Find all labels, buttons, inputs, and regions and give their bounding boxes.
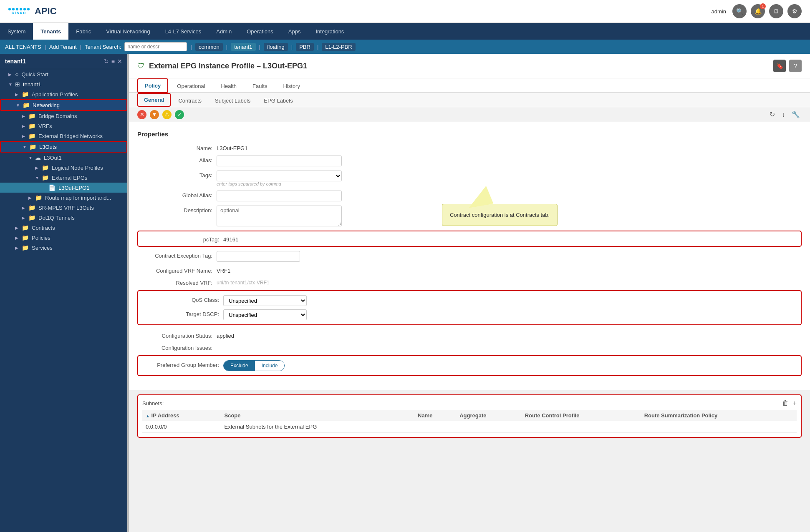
nav-virtual-networking[interactable]: Virtual Networking [98, 23, 157, 40]
prop-input-contract-exception[interactable] [217, 251, 300, 262]
breadcrumb-common[interactable]: common [195, 43, 223, 51]
bell-icon-btn[interactable]: 🔔 1 [751, 4, 765, 18]
sidebar-item-route-map[interactable]: ▶ 📁 Route map for import and... [0, 193, 127, 203]
prop-label-pctag: pcTag: [144, 235, 219, 243]
top-header: cisco APIC admin 🔍 🔔 1 🖥 ⚙ [0, 0, 810, 23]
prop-value-name: L3Out-EPG1 [217, 143, 247, 151]
sidebar-item-vrfs[interactable]: ▶ 📁 VRFs [0, 121, 127, 131]
prop-select-qos-class[interactable]: Unspecified [223, 295, 307, 306]
breadcrumb-tenant1[interactable]: tenant1 [231, 43, 255, 51]
breadcrumb-floating[interactable]: floating [264, 43, 288, 51]
arrow-logical-node: ▶ [35, 166, 40, 170]
label-sr-mpls: SR-MPLS VRF L3Outs [38, 205, 94, 211]
label-l3out-epg1: L3Out-EPG1 [58, 185, 89, 191]
breadcrumb-add-tenant[interactable]: Add Tenant [49, 44, 77, 50]
subnets-delete-btn[interactable]: 🗑 [782, 399, 789, 407]
breadcrumb-pbr[interactable]: PBR [296, 43, 314, 51]
sidebar-header: tenant1 ↻ ≡ ✕ [0, 54, 127, 69]
icon-contracts: 📁 [22, 224, 29, 231]
sidebar-item-l3out-epg1[interactable]: 📄 L3Out-EPG1 [0, 183, 127, 193]
tab-policy[interactable]: Policy [137, 78, 168, 93]
bookmark-icon-btn[interactable]: 🔖 [773, 60, 786, 72]
nav-l4l7[interactable]: L4-L7 Services [158, 23, 209, 40]
toolbar-circle-orange[interactable]: ▼ [150, 110, 159, 119]
header-icons: 🔍 🔔 1 🖥 ⚙ [732, 4, 802, 18]
icon-external-epgs: 📁 [42, 174, 49, 181]
tab-health[interactable]: Health [214, 79, 244, 93]
sidebar-item-app-profiles[interactable]: ▶ 📁 Application Profiles [0, 89, 127, 99]
prop-label-config-issues: Configuration Issues: [137, 343, 212, 351]
tab-contracts[interactable]: Contracts [172, 95, 207, 107]
sidebar-item-external-bridged[interactable]: ▶ 📁 External Bridged Networks [0, 131, 127, 141]
tab-epg-labels[interactable]: EPG Labels [258, 95, 298, 107]
sidebar-item-l3outs[interactable]: ▼ 📁 L3Outs [0, 141, 127, 153]
nav-operations[interactable]: Operations [239, 23, 281, 40]
prop-label-configured-vrf: Configured VRF Name: [137, 266, 212, 274]
gear-icon-btn[interactable]: ⚙ [787, 4, 802, 18]
prop-input-global-alias[interactable] [217, 191, 342, 201]
col-scope: Scope [221, 410, 414, 421]
search-icon-btn[interactable]: 🔍 [732, 4, 747, 18]
tab-history[interactable]: History [276, 79, 307, 93]
nav-system[interactable]: System [0, 23, 33, 40]
nav-fabric[interactable]: Fabric [68, 23, 98, 40]
sidebar-item-contracts[interactable]: ▶ 📁 Contracts [0, 223, 127, 233]
help-icon-btn[interactable]: ? [789, 60, 802, 72]
tab-subject-labels[interactable]: Subject Labels [209, 95, 256, 107]
cisco-dot-1 [8, 8, 11, 10]
subnet-scope-1: External Subnets for the External EPG [221, 421, 414, 433]
toolbar-circle-red[interactable]: ✕ [137, 110, 146, 119]
nav-admin[interactable]: Admin [209, 23, 239, 40]
toolbar-circle-green[interactable]: ✓ [175, 110, 184, 119]
subnet-ip-1: 0.0.0.0/0 [142, 421, 221, 433]
sidebar-item-dot1q[interactable]: ▶ 📁 Dot1Q Tunnels [0, 213, 127, 223]
sidebar-item-quickstart[interactable]: ▶ ○ Quick Start [0, 69, 127, 79]
monitor-icon-btn[interactable]: 🖥 [769, 4, 783, 18]
nav-integrations[interactable]: Integrations [308, 23, 351, 40]
sidebar-item-bridge-domains[interactable]: ▶ 📁 Bridge Domains [0, 111, 127, 121]
sidebar-item-sr-mpls[interactable]: ▶ 📁 SR-MPLS VRF L3Outs [0, 203, 127, 213]
nav-apps[interactable]: Apps [281, 23, 308, 40]
tab-operational[interactable]: Operational [170, 79, 212, 93]
sidebar-item-policies[interactable]: ▶ 📁 Policies [0, 233, 127, 243]
nav-tenants[interactable]: Tenants [33, 23, 68, 40]
sidebar-item-l3out1[interactable]: ▼ ☁ L3Out1 [0, 153, 127, 163]
breadcrumb-all-tenants[interactable]: ALL TENANTS [5, 44, 41, 50]
sidebar-item-services[interactable]: ▶ 📁 Services [0, 243, 127, 253]
tab-faults[interactable]: Faults [245, 79, 274, 93]
sidebar-icon-list[interactable]: ≡ [111, 58, 115, 65]
sidebar-item-external-epgs[interactable]: ▼ 📁 External EPGs [0, 173, 127, 183]
tab-general[interactable]: General [137, 93, 171, 107]
breadcrumb-l1l2pbr[interactable]: L1-L2-PBR [322, 43, 355, 51]
sort-arrow-ip: ▲ [146, 414, 150, 418]
prop-input-alias[interactable] [217, 156, 342, 166]
prop-select-tags[interactable] [217, 171, 342, 181]
col-route-control: Route Control Profile [522, 410, 641, 421]
subnets-add-btn[interactable]: + [793, 399, 797, 407]
toolbar-download-btn[interactable]: ↓ [780, 110, 787, 119]
toggle-exclude-btn[interactable]: Exclude [224, 361, 255, 371]
arrow-bridge-domains: ▶ [22, 114, 27, 118]
prop-input-description[interactable] [217, 206, 342, 226]
toolbar-settings-btn[interactable]: 🔧 [790, 110, 802, 119]
subnet-row-1[interactable]: 0.0.0.0/0 External Subnets for the Exter… [142, 421, 797, 433]
arrow-route-map: ▶ [28, 196, 33, 200]
sidebar-item-networking[interactable]: ▼ 📁 Networking [0, 99, 127, 111]
toolbar-refresh-btn[interactable]: ↻ [768, 110, 777, 119]
properties-title: Properties [137, 130, 802, 138]
sidebar-icon-refresh[interactable]: ↻ [104, 58, 109, 65]
prop-select-target-dscp[interactable]: Unspecified [223, 309, 307, 320]
toolbar-circle-yellow[interactable]: ⚠ [162, 110, 172, 119]
arrow-l3out1: ▼ [28, 156, 33, 160]
sidebar-item-tenant1[interactable]: ▼ ⊞ tenant1 [0, 79, 127, 89]
tenant-search-input[interactable] [124, 42, 187, 51]
main-layout: tenant1 ↻ ≡ ✕ ▶ ○ Quick Start ▼ ⊞ tenant… [0, 54, 810, 532]
label-vrfs: VRFs [38, 123, 52, 129]
label-quickstart: Quick Start [21, 71, 48, 78]
sidebar-icons: ↻ ≡ ✕ [104, 58, 122, 65]
toggle-include-btn[interactable]: Include [255, 361, 285, 371]
sidebar-icon-close[interactable]: ✕ [117, 58, 122, 65]
label-external-epgs: External EPGs [52, 175, 87, 181]
sidebar-item-logical-node[interactable]: ▶ 📁 Logical Node Profiles [0, 163, 127, 173]
callout-container: Contract configuration is at Contracts t… [442, 204, 558, 226]
